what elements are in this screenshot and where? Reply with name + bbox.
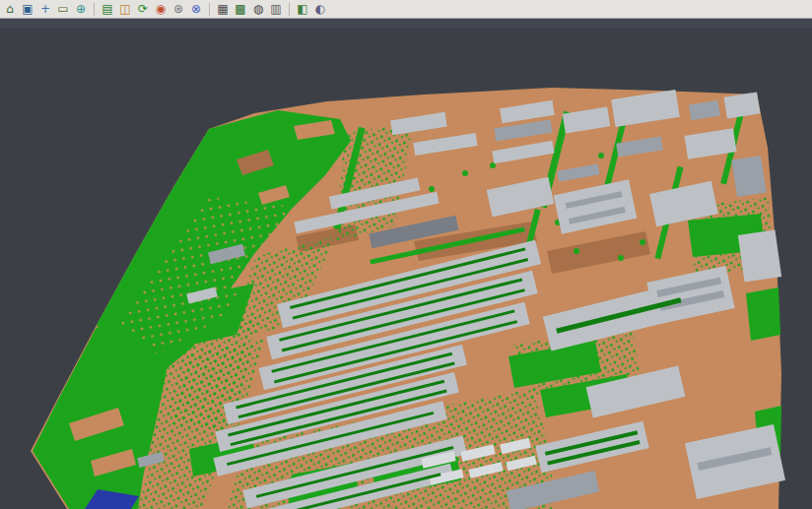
open-project-icon[interactable]: ⌂ — [2, 1, 18, 17]
globe-icon[interactable]: ◍ — [250, 1, 266, 17]
info-icon[interactable]: ◐ — [312, 1, 328, 17]
refresh-icon[interactable]: ⟳ — [135, 1, 151, 17]
app-window: ⌂▣+▭⊕▤◫⟳◉⊛⊗▦▩◍▥◧◐ — [0, 0, 812, 509]
viewport-3d[interactable] — [0, 19, 812, 509]
toolbar-separator — [209, 3, 210, 16]
point-cloud-scene[interactable] — [0, 19, 812, 509]
grid-icon[interactable]: ▦ — [215, 1, 231, 17]
classification-icon[interactable]: ▩ — [233, 1, 248, 17]
main-toolbar: ⌂▣+▭⊕▤◫⟳◉⊛⊗▦▩◍▥◧◐ — [0, 0, 812, 19]
delete-selection-icon[interactable]: ⊗ — [188, 1, 204, 17]
settings-icon[interactable]: ⊛ — [170, 1, 186, 17]
layers-icon[interactable]: ▤ — [100, 1, 115, 17]
zoom-fit-icon[interactable]: ⊕ — [73, 1, 89, 17]
snapshot-icon[interactable]: ◧ — [295, 1, 310, 17]
navigation-mode-icon[interactable]: + — [37, 1, 53, 17]
measure-icon[interactable]: ◫ — [117, 1, 133, 17]
save-icon[interactable]: ▣ — [20, 1, 35, 17]
histogram-icon[interactable]: ▥ — [268, 1, 284, 17]
toolbar-separator — [289, 3, 290, 16]
toolbar-separator — [94, 3, 95, 16]
rectangle-selection-icon[interactable]: ▭ — [55, 1, 71, 17]
record-icon[interactable]: ◉ — [153, 1, 169, 17]
